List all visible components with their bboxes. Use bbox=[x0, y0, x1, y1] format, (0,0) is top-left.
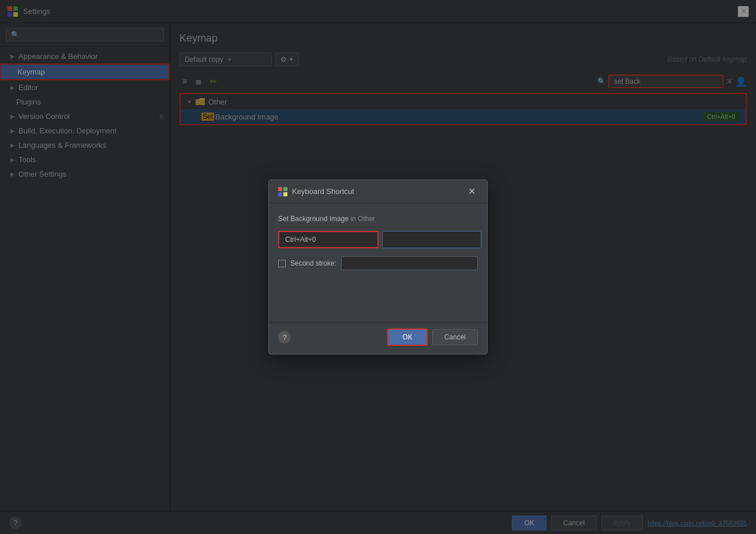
modal-overlay: Keyboard Shortcut ✕ Set Background Image… bbox=[0, 0, 756, 534]
svg-rect-6 bbox=[283, 187, 287, 191]
modal-title: Keyboard Shortcut bbox=[292, 187, 461, 196]
modal-help-button[interactable]: ? bbox=[278, 331, 291, 343]
second-stroke-checkbox[interactable] bbox=[278, 260, 286, 267]
second-stroke-label: Second stroke: bbox=[290, 259, 336, 267]
modal-body: Set Background Image in Other Second str… bbox=[269, 203, 487, 322]
shortcut-input-2[interactable] bbox=[382, 231, 481, 248]
keyboard-shortcut-dialog: Keyboard Shortcut ✕ Set Background Image… bbox=[268, 180, 488, 354]
second-stroke-row: Second stroke: bbox=[278, 256, 478, 270]
svg-rect-5 bbox=[278, 187, 282, 191]
svg-rect-7 bbox=[278, 192, 282, 196]
modal-spacer bbox=[278, 278, 478, 313]
shortcut-input-1[interactable] bbox=[278, 231, 379, 248]
modal-cancel-button[interactable]: Cancel bbox=[432, 329, 478, 345]
modal-ok-button[interactable]: OK bbox=[387, 328, 427, 346]
second-stroke-input[interactable] bbox=[341, 256, 478, 270]
modal-action-name: Set Background Image bbox=[278, 215, 349, 223]
modal-subtitle: Set Background Image in Other bbox=[278, 215, 478, 223]
modal-footer: ? OK Cancel bbox=[269, 322, 487, 354]
modal-icon bbox=[278, 187, 287, 196]
svg-rect-8 bbox=[283, 192, 287, 196]
modal-context: in Other bbox=[350, 215, 375, 223]
modal-title-bar: Keyboard Shortcut ✕ bbox=[269, 180, 487, 203]
modal-close-button[interactable]: ✕ bbox=[466, 186, 478, 197]
shortcut-input-row bbox=[278, 231, 478, 248]
